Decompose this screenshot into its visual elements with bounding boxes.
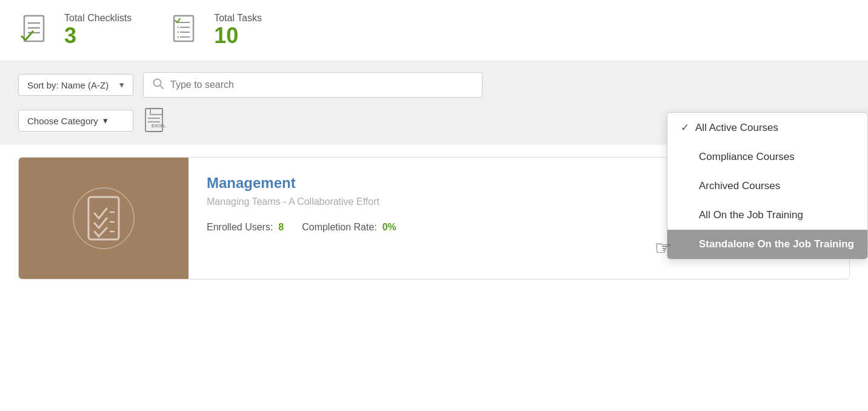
dropdown-item-compliance[interactable]: Compliance Courses	[667, 142, 867, 172]
search-box	[143, 72, 482, 98]
category-label: Choose Category	[27, 116, 98, 126]
tasks-label: Total Tasks	[214, 13, 262, 24]
sort-dropdown[interactable]: Sort by: Name (A-Z) ▾	[18, 74, 133, 96]
course-meta: Enrolled Users: 8 Completion Rate: 0%	[207, 222, 396, 233]
svg-rect-15	[150, 109, 162, 115]
dropdown-item-label: All On the Job Training	[699, 209, 803, 221]
dropdown-item-archived[interactable]: Archived Courses	[667, 172, 867, 201]
dropdown-item-label: Archived Courses	[699, 180, 780, 192]
dropdown-item-standalone-ojt[interactable]: Standalone On the Job Training	[667, 230, 867, 259]
dropdown-item-label: Compliance Courses	[699, 151, 795, 163]
checklists-text: Total Checklists 3	[64, 13, 132, 48]
tasks-icon	[168, 12, 204, 48]
checklists-label: Total Checklists	[64, 13, 132, 24]
search-icon	[152, 78, 164, 92]
completion-value: 0%	[382, 222, 396, 232]
page-container: Total Checklists 3 Total Tas	[0, 0, 868, 411]
dropdown-item-all-active[interactable]: ✓ All Active Courses	[667, 113, 867, 142]
svg-rect-14	[145, 109, 162, 132]
sort-label: Sort by: Name (A-Z)	[27, 80, 109, 90]
stats-bar: Total Checklists 3 Total Tas	[0, 0, 868, 61]
checklists-value: 3	[64, 24, 132, 48]
course-info: Management Managing Teams - A Collaborat…	[189, 158, 415, 279]
search-input[interactable]	[170, 79, 473, 90]
course-thumbnail	[19, 158, 189, 279]
svg-rect-20	[88, 197, 119, 239]
svg-text:EXCEL: EXCEL	[152, 124, 166, 128]
checkmark-icon: ✓	[681, 121, 689, 134]
dropdown-item-label: Standalone On the Job Training	[699, 238, 854, 250]
chevron-down-icon: ▾	[119, 79, 124, 90]
dropdown-item-label: All Active Courses	[695, 122, 778, 134]
chevron-down-icon: ▾	[103, 115, 108, 126]
category-dropdown[interactable]: Choose Category ▾	[18, 110, 133, 132]
checklists-stat: Total Checklists 3	[18, 12, 132, 48]
checklists-icon	[18, 12, 55, 48]
course-filter-dropdown: ✓ All Active Courses Compliance Courses …	[667, 112, 868, 259]
course-title[interactable]: Management	[207, 175, 396, 192]
tasks-text: Total Tasks 10	[214, 13, 262, 48]
enrolled-label: Enrolled Users: 8	[207, 222, 284, 233]
tasks-value: 10	[214, 24, 262, 48]
enrolled-value: 8	[278, 222, 284, 232]
svg-line-13	[160, 85, 163, 89]
tasks-stat: Total Tasks 10	[168, 12, 262, 48]
dropdown-item-all-ojt[interactable]: All On the Job Training	[667, 201, 867, 230]
completion-label: Completion Rate: 0%	[302, 222, 396, 233]
course-subtitle: Managing Teams - A Collaborative Effort	[207, 196, 396, 207]
excel-export-button[interactable]: EXCEL	[143, 107, 170, 134]
